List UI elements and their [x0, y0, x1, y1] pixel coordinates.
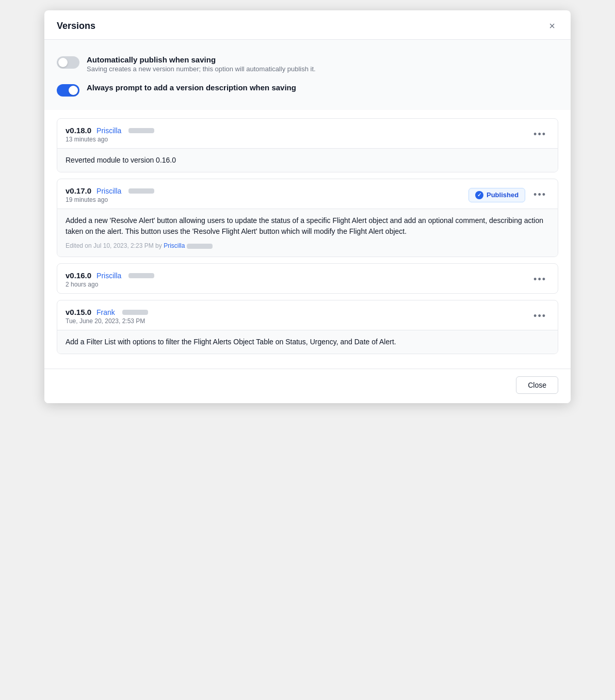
- version-number-v017: v0.17.0: [66, 186, 91, 195]
- close-footer-button[interactable]: Close: [516, 376, 558, 394]
- version-author-v017: Priscilla: [96, 187, 121, 195]
- auto-publish-title: Automatically publish when saving: [87, 55, 316, 64]
- author-avatar-v015: [122, 310, 148, 315]
- version-time-v018: 13 minutes ago: [66, 136, 154, 143]
- version-more-v015[interactable]: •••: [530, 310, 549, 323]
- version-description-v018: Reverted module to version 0.16.0: [57, 148, 558, 172]
- version-card-v015: v0.15.0 Frank Tue, June 20, 2023, 2:53 P…: [57, 300, 558, 354]
- auto-publish-desc: Saving creates a new version number; thi…: [87, 65, 316, 73]
- version-time-v017: 19 minutes ago: [66, 196, 154, 203]
- author-avatar-v017: [128, 188, 154, 194]
- modal-footer: Close: [44, 369, 571, 403]
- close-icon-button[interactable]: ×: [546, 20, 558, 32]
- version-time-v015: Tue, June 20, 2023, 2:53 PM: [66, 317, 148, 325]
- modal-header: Versions ×: [44, 10, 571, 40]
- version-author-v015: Frank: [96, 308, 115, 316]
- author-avatar-v018: [128, 128, 154, 133]
- version-author-v016: Priscilla: [96, 272, 121, 280]
- published-check-icon: ✓: [475, 191, 483, 199]
- version-description-v015: Add a Filter List with options to filter…: [57, 330, 558, 354]
- version-time-v016: 2 hours ago: [66, 281, 154, 288]
- version-number-v015: v0.15.0: [66, 308, 91, 316]
- version-header-v017: v0.17.0 Priscilla 19 minutes ago ✓ Publi…: [57, 179, 558, 209]
- version-card-v016: v0.16.0 Priscilla 2 hours ago •••: [57, 263, 558, 294]
- auto-publish-setting: Automatically publish when saving Saving…: [57, 50, 558, 78]
- edited-by-link[interactable]: Priscilla: [164, 242, 185, 249]
- settings-area: Automatically publish when saving Saving…: [44, 40, 571, 110]
- version-card-v018: v0.18.0 Priscilla 13 minutes ago ••• Rev…: [57, 118, 558, 172]
- version-description-v017: Added a new 'Resolve Alert' button allow…: [57, 209, 558, 257]
- versions-modal: Versions × Automatically publish when sa…: [44, 10, 571, 403]
- version-number-v016: v0.16.0: [66, 271, 91, 280]
- version-header-v018: v0.18.0 Priscilla 13 minutes ago •••: [57, 119, 558, 148]
- published-badge: ✓ Published: [468, 188, 525, 202]
- prompt-description-title: Always prompt to add a version descripti…: [87, 83, 296, 92]
- edited-avatar: [187, 244, 213, 249]
- version-more-v017[interactable]: •••: [530, 188, 549, 201]
- version-card-v017: v0.17.0 Priscilla 19 minutes ago ✓ Publi…: [57, 179, 558, 257]
- modal-title: Versions: [57, 21, 95, 31]
- prompt-description-setting: Always prompt to add a version descripti…: [57, 78, 558, 102]
- author-avatar-v016: [128, 273, 154, 278]
- prompt-description-toggle[interactable]: [57, 84, 79, 97]
- version-number-v018: v0.18.0: [66, 126, 91, 135]
- version-edited-v017: Edited on Jul 10, 2023, 2:23 PM by Prisc…: [66, 241, 549, 250]
- published-label: Published: [487, 191, 519, 199]
- version-author-v018: Priscilla: [96, 126, 121, 135]
- version-header-v016: v0.16.0 Priscilla 2 hours ago •••: [57, 264, 558, 293]
- versions-list: v0.18.0 Priscilla 13 minutes ago ••• Rev…: [44, 110, 571, 369]
- version-more-v018[interactable]: •••: [530, 128, 549, 141]
- version-header-v015: v0.15.0 Frank Tue, June 20, 2023, 2:53 P…: [57, 300, 558, 330]
- auto-publish-toggle[interactable]: [57, 56, 79, 69]
- version-more-v016[interactable]: •••: [530, 273, 549, 286]
